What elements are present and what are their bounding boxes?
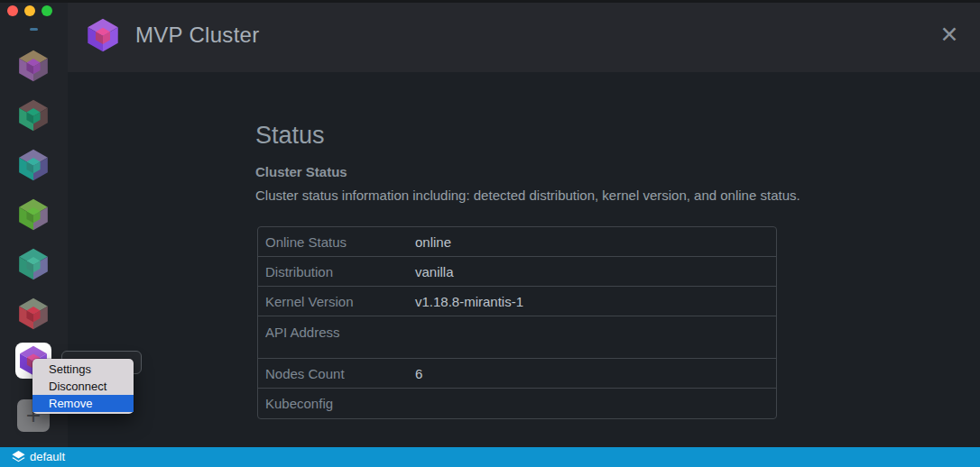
window-header: MVP Cluster ✕ xyxy=(68,0,980,72)
sidebar-item-cluster-4[interactable] xyxy=(15,197,51,233)
row-label: Online Status xyxy=(258,234,415,250)
table-row: Kernel Versionv1.18.8-mirantis-1 xyxy=(258,287,776,316)
macos-zoom-light[interactable] xyxy=(42,5,52,16)
cluster-cube-icon xyxy=(17,298,50,330)
cluster-cube-icon xyxy=(17,198,50,231)
cluster-status-title: Cluster Status xyxy=(255,164,347,179)
row-value: v1.18.8-mirantis-1 xyxy=(415,294,776,309)
layers-icon xyxy=(11,450,26,464)
status-heading: Status xyxy=(255,122,325,150)
row-value: vanilla xyxy=(415,264,776,279)
menu-item-disconnect[interactable]: Disconnect xyxy=(32,378,134,395)
macos-minimize-light[interactable] xyxy=(24,5,35,16)
sidebar-item-cluster-3[interactable] xyxy=(15,147,51,183)
cluster-cube-icon xyxy=(17,99,50,132)
cluster-cube-icon xyxy=(17,248,50,280)
status-table: Online StatusonlineDistributionvanillaKe… xyxy=(257,226,777,419)
page-title: MVP Cluster xyxy=(135,23,260,48)
row-label: Distribution xyxy=(258,264,415,279)
cluster-cube-icon xyxy=(86,18,120,52)
macos-close-light[interactable] xyxy=(7,5,18,16)
status-bar: default xyxy=(0,447,980,467)
sidebar-item-cluster-2[interactable] xyxy=(15,97,51,133)
sidebar-item-cluster-5[interactable] xyxy=(15,246,51,282)
active-indicator xyxy=(30,28,38,31)
table-row: API Address xyxy=(258,316,776,359)
close-icon[interactable]: ✕ xyxy=(935,19,964,50)
cluster-cube-icon xyxy=(17,50,50,82)
sidebar-item-cluster-1[interactable] xyxy=(15,48,51,84)
row-label: Nodes Count xyxy=(258,366,415,381)
cluster-cube-icon xyxy=(86,18,120,52)
table-row: Nodes Count6 xyxy=(258,359,776,389)
row-value: online xyxy=(415,234,776,250)
namespace-label[interactable]: default xyxy=(30,450,65,463)
window-top-edge xyxy=(0,0,980,3)
table-row: Online Statusonline xyxy=(258,227,776,257)
table-row: Kubeconfig xyxy=(258,389,776,418)
row-value: 6 xyxy=(415,366,776,381)
table-row: Distributionvanilla xyxy=(258,257,776,287)
row-label: API Address xyxy=(258,325,415,340)
cluster-status-description: Cluster status information including: de… xyxy=(255,188,800,203)
main-content: Status Cluster Status Cluster status inf… xyxy=(68,72,980,447)
row-label: Kubeconfig xyxy=(258,396,415,411)
sidebar-item-cluster-6[interactable] xyxy=(15,296,51,332)
menu-item-settings[interactable]: Settings xyxy=(32,361,134,378)
cluster-cube-icon xyxy=(17,149,50,181)
app-window: + MVP Cluster ✕ Status Cluster Status Cl… xyxy=(0,0,980,467)
context-menu: SettingsDisconnectRemove xyxy=(32,359,134,414)
row-label: Kernel Version xyxy=(258,294,415,309)
menu-item-remove[interactable]: Remove xyxy=(32,395,134,412)
